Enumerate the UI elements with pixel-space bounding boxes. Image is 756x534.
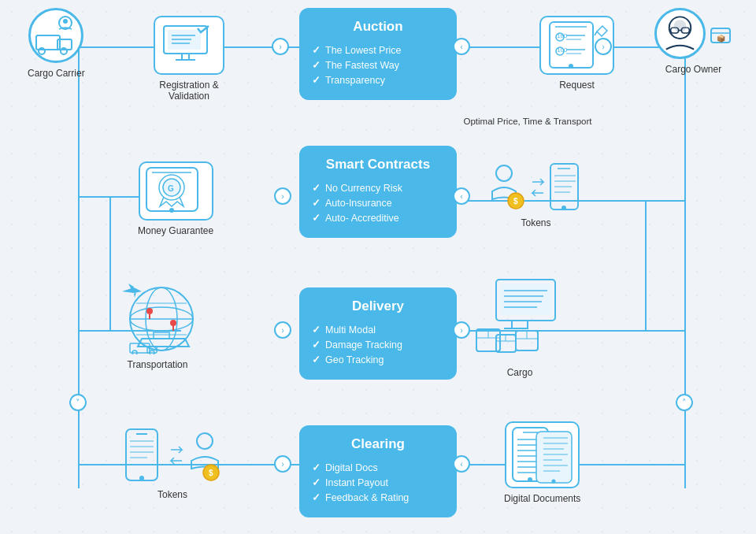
optimal-price-label: Optimal Price, Time & Transport <box>464 117 592 126</box>
clearing-title: Clearing <box>312 436 444 452</box>
svg-point-28 <box>63 19 68 24</box>
tokens-right-label: Tokens <box>521 217 550 228</box>
tokens-left-node: $ Tokens <box>122 425 223 500</box>
svg-point-88 <box>561 206 566 210</box>
auction-box: Auction The Lowest Price The Fastest Way… <box>299 8 457 100</box>
auction-item-1: The Lowest Price <box>312 43 444 57</box>
svg-text:100: 100 <box>557 46 568 54</box>
digital-docs-icon <box>505 421 580 488</box>
svg-point-122 <box>552 479 556 483</box>
digital-docs-node: Digital Documents <box>504 421 580 504</box>
svg-point-55 <box>139 476 144 480</box>
cargo-carrier-label: Cargo Carrier <box>28 68 85 79</box>
registration-node: Registration & Validation <box>142 16 236 102</box>
svg-text:G: G <box>168 184 174 193</box>
cargo-carrier-icon <box>28 8 83 63</box>
transportation-node: Transportation <box>114 268 201 370</box>
del-item-3: Geo Tracking <box>312 352 444 367</box>
cl-item-1: Digital Docs <box>312 460 444 475</box>
svg-point-73 <box>569 64 573 69</box>
cargo-owner-icon: 📦 <box>654 8 732 59</box>
svg-text:180: 180 <box>557 32 568 39</box>
arrow-left-3[interactable]: › <box>274 321 291 339</box>
sc-item-3: Auto- Accreditive <box>312 210 444 225</box>
money-guarantee-icon: G <box>139 161 213 221</box>
digital-docs-label: Digital Documents <box>504 493 580 504</box>
cl-item-2: Instant Payout <box>312 475 444 490</box>
cargo-carrier-node: Cargo Carrier <box>28 8 85 79</box>
arrow-request-right[interactable]: › <box>595 38 612 55</box>
arrow-left-2[interactable]: › <box>274 187 291 205</box>
svg-rect-95 <box>500 284 551 315</box>
clearing-box: Clearing Digital Docs Instant Payout Fee… <box>299 425 457 517</box>
smart-contracts-box: Smart Contracts No Currency Risk Auto-In… <box>299 146 457 238</box>
svg-rect-54 <box>126 429 158 480</box>
delivery-box: Delivery Multi Modal Damage Tracking Geo… <box>299 287 457 380</box>
smart-contracts-title: Smart Contracts <box>312 157 444 172</box>
svg-rect-96 <box>512 321 528 328</box>
request-label: Request <box>559 80 595 91</box>
workflow-diagram: Auction The Lowest Price The Fastest Way… <box>0 0 756 534</box>
transportation-label: Transportation <box>128 359 188 370</box>
registration-label: Registration & Validation <box>142 80 236 102</box>
transportation-icon <box>114 268 201 354</box>
arrow-right-2[interactable]: ‹ <box>453 187 470 205</box>
clearing-list: Digital Docs Instant Payout Feedback & R… <box>312 460 444 505</box>
del-item-1: Multi Modal <box>312 322 444 337</box>
svg-rect-23 <box>36 35 60 50</box>
tokens-left-label: Tokens <box>158 489 187 500</box>
svg-rect-121 <box>536 432 572 483</box>
cargo-label: Cargo <box>507 367 533 378</box>
auction-title: Auction <box>312 19 444 35</box>
svg-point-37 <box>169 208 174 213</box>
sc-item-1: No Currency Risk <box>312 180 444 195</box>
cargo-node: Cargo <box>472 276 567 378</box>
arrow-left-4[interactable]: › <box>274 455 291 473</box>
svg-text:$: $ <box>513 197 518 206</box>
arrow-left-down[interactable]: ˅ <box>69 394 87 411</box>
money-guarantee-label: Money Guarantee <box>138 225 213 236</box>
tokens-left-icon: $ <box>122 425 223 484</box>
arrow-right-4[interactable]: ‹ <box>453 455 470 473</box>
arrow-left-1[interactable]: › <box>272 38 289 55</box>
svg-point-61 <box>197 433 213 449</box>
smart-contracts-list: No Currency Risk Auto-Insurance Auto- Ac… <box>312 180 444 225</box>
cargo-owner-node: 📦 Cargo Owner <box>654 8 732 75</box>
arrow-right-up[interactable]: ˄ <box>676 394 693 411</box>
del-item-2: Damage Tracking <box>312 337 444 352</box>
cargo-owner-label: Cargo Owner <box>665 64 721 75</box>
money-guarantee-node: G Money Guarantee <box>138 161 213 236</box>
tokens-right-icon: $ <box>488 161 584 213</box>
delivery-list: Multi Modal Damage Tracking Geo Tracking <box>312 322 444 367</box>
registration-icon <box>154 16 224 75</box>
arrow-right-3[interactable]: › <box>453 321 470 339</box>
tokens-right-node: $ Tokens <box>488 161 584 228</box>
svg-rect-30 <box>182 54 189 60</box>
auction-list: The Lowest Price The Fastest Way Transpa… <box>312 43 444 87</box>
svg-text:📦: 📦 <box>717 34 726 43</box>
auction-item-2: The Fastest Way <box>312 57 444 72</box>
delivery-title: Delivery <box>312 299 444 314</box>
optimal-price-text: Optimal Price, Time & Transport <box>457 117 598 126</box>
svg-point-84 <box>496 165 512 181</box>
svg-line-83 <box>595 32 597 35</box>
svg-text:$: $ <box>209 469 213 477</box>
cl-item-3: Feedback & Rating <box>312 490 444 505</box>
sc-item-2: Auto-Insurance <box>312 195 444 210</box>
cargo-icon <box>472 276 567 362</box>
svg-rect-72 <box>550 22 593 68</box>
arrow-right-1[interactable]: ‹ <box>453 38 470 55</box>
auction-item-3: Transparency <box>312 72 444 87</box>
svg-point-112 <box>528 477 532 482</box>
